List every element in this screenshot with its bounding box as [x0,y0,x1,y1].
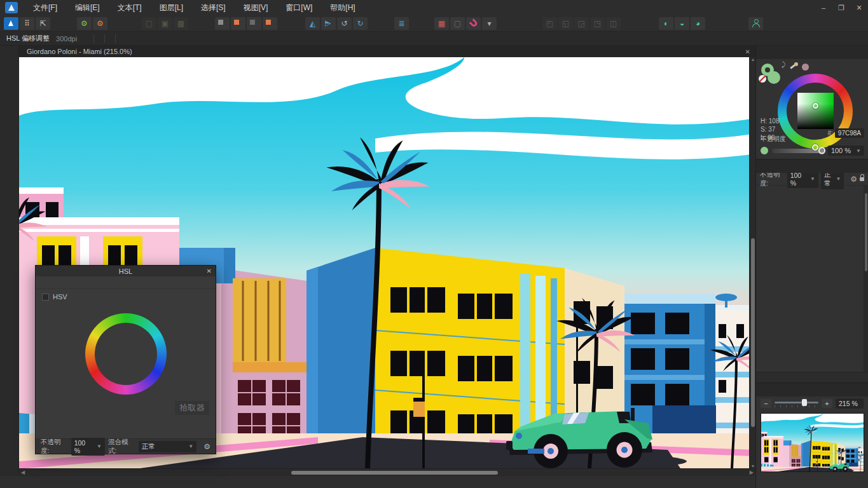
zoom-value-input[interactable]: 215 % [836,398,864,409]
snapping-magnet-icon [471,20,477,27]
zoom-slider-thumb[interactable] [802,399,807,406]
no-color-icon[interactable] [759,75,766,83]
horizontal-scrollbar[interactable]: ◀ ▶ [19,468,755,475]
designer-persona-button[interactable] [4,17,18,30]
layers-lock-icon[interactable] [860,177,864,181]
menu-item-1[interactable]: 编辑[E] [66,0,109,15]
blend-mode-dropdown[interactable]: 正常▼ [139,441,197,452]
move-forward-one-button[interactable] [247,17,261,30]
hsv-checkbox-row: HSV [42,293,209,301]
hsl-dialog-titlebar[interactable]: HSL ✕ [36,266,216,276]
hue-value: H: 108 [761,117,779,125]
hsl-actions [36,276,216,289]
boolean-add-button[interactable]: ◰ [542,17,557,30]
hue-ring[interactable] [85,313,167,395]
snapping-magnet-button[interactable] [466,17,481,30]
horizontal-scrollbar-thumb[interactable] [291,471,497,475]
navigator-panel-tabs [756,383,868,396]
rotate-clockwise-button[interactable]: ↻ [353,17,368,30]
vertical-scrollbar[interactable]: ▲ ▼ [749,57,755,468]
hsv-checkbox[interactable] [42,294,49,301]
hsl-close-icon[interactable]: ✕ [207,266,212,276]
layers-bottom-toolbar [756,372,868,383]
menu-item-0[interactable]: 文件[F] [24,0,66,15]
menu-item-6[interactable]: 窗口[W] [277,0,321,15]
opacity-slider-thumb[interactable] [818,147,825,154]
boolean-intersect-button[interactable]: ◲ [574,17,589,30]
document-setup-gear-button[interactable]: ⚙ [77,17,92,30]
show-margins-button[interactable]: ▣ [158,17,172,30]
hsl-dialog-title: HSL [119,268,132,275]
color-square-cursor[interactable] [813,103,818,109]
color-panel: ⤸ H: 108 S: 37 L: 66 #: 97C98A 不透明度 [756,46,868,159]
insert-on-top-button[interactable]: ◕ [691,17,705,30]
zoom-slider[interactable] [775,399,818,408]
boolean-combine-button[interactable]: ◫ [606,17,621,30]
zoom-in-button[interactable]: + [822,399,832,408]
app-preferences-gear-icon: ⚙ [97,20,104,27]
opacity-color-dot [761,147,768,154]
fill-stroke-selector[interactable]: ⤸ [761,64,784,86]
boolean-divide-button[interactable]: ◳ [590,17,605,30]
move-to-front-button[interactable] [263,17,277,30]
context-toolbar: HSL 偏移调整 300dpi [0,32,868,46]
menu-item-5[interactable]: 视图[V] [235,0,277,15]
snap-options-button[interactable]: ▢ [450,17,465,30]
pixel-persona-icon: ⠿ [24,20,30,27]
eyedropper-icon[interactable] [789,62,798,71]
layers-blend-row: 不透明度: 100 %▼ 正常▼ ⚙ [756,173,868,186]
clip-canvas-button[interactable]: ▢ [142,17,156,30]
toolbar-group-align: ≣ [394,17,410,30]
dialog-settings-gear-icon[interactable]: ⚙ [203,442,210,451]
vertical-scrollbar-thumb[interactable] [751,238,755,428]
stroke-color-swatch[interactable] [761,64,774,76]
move-back-one-button[interactable] [231,17,245,30]
insert-behind-icon: ◐ [664,20,668,27]
layers-settings-gear-icon[interactable]: ⚙ [850,175,857,184]
picker-button[interactable]: 拾取器 [175,401,209,415]
restore-button[interactable]: ❐ [832,0,850,15]
snap-to-grid-button[interactable]: ▦ [434,17,449,30]
swap-colors-icon[interactable]: ⤸ [782,61,785,69]
account-person-button[interactable] [748,17,763,30]
insert-inside-icon: ◒ [680,20,684,27]
flip-vertical-button[interactable]: ◭ [321,17,336,30]
menu-bar: 文件[F]编辑[E]文本[T]图层[L]选择[S]视图[V]窗口[W]帮助[H]… [0,0,868,15]
navigator-thumbnail[interactable] [761,413,864,472]
snapping-dropdown-button[interactable]: ▾ [482,17,497,30]
saturation-lightness-square[interactable] [797,93,834,129]
toolbar-group-account [748,17,764,30]
insert-behind-button[interactable]: ◐ [659,17,673,30]
pixel-persona-button[interactable]: ⠿ [20,17,34,30]
menu-item-3[interactable]: 图层[L] [151,0,192,15]
hue-wheel-thumb[interactable] [812,144,818,151]
menu-item-7[interactable]: 帮助[H] [321,0,364,15]
alignment-options-button[interactable]: ≣ [394,17,409,30]
menu-item-4[interactable]: 选择[S] [192,0,235,15]
insert-inside-button[interactable]: ◒ [675,17,689,30]
app-logo-icon [5,2,18,13]
flip-horizontal-button[interactable]: ◭ [305,17,320,30]
color-opacity-dropdown[interactable]: 100 %▼ [828,146,864,156]
document-tab[interactable]: Giordano Poloni - Miami (215.0%) [19,48,132,55]
close-button[interactable]: ✕ [850,0,868,15]
document-setup-gear-icon: ⚙ [81,20,88,27]
export-persona-icon: ⇱ [39,20,46,27]
opacity-dropdown[interactable]: 100 %▼ [71,438,105,456]
boolean-subtract-button[interactable]: ◱ [558,17,573,30]
boolean-divide-icon: ◳ [594,20,601,27]
export-persona-button[interactable]: ⇱ [36,17,50,30]
move-to-back-button[interactable] [215,17,230,30]
move-forward-one-icon [250,20,259,27]
recent-color-swatch[interactable] [802,64,809,71]
zoom-out-button[interactable]: − [761,399,771,408]
layers-scrollbar[interactable] [864,186,868,372]
menu-items: 文件[F]编辑[E]文本[T]图层[L]选择[S]视图[V]窗口[W]帮助[H] [24,0,364,15]
layers-scrollbar-thumb[interactable] [865,193,867,271]
document-close-icon[interactable]: ✕ [745,48,755,55]
app-preferences-gear-button[interactable]: ⚙ [93,17,107,30]
minimize-button[interactable]: – [815,0,832,15]
rotate-counterclockwise-button[interactable]: ↺ [337,17,352,30]
show-rotation-button[interactable]: ▩ [174,17,188,30]
menu-item-2[interactable]: 文本[T] [109,0,151,15]
